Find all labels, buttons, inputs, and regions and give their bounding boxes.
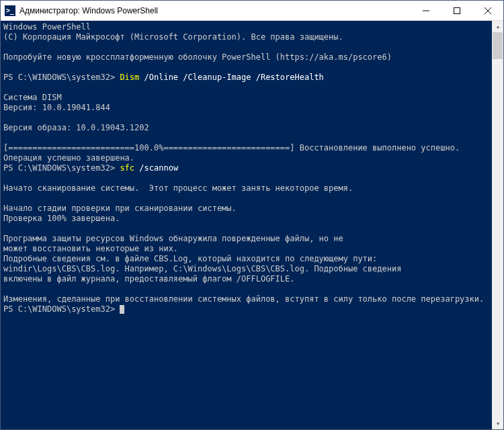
- prompt-path: PS C:\WINDOWS\system32>: [3, 163, 120, 173]
- output-progress: [==========================100.0%=======…: [3, 143, 460, 153]
- close-button[interactable]: [472, 1, 503, 20]
- scroll-track[interactable]: [492, 32, 503, 418]
- output-line: Версия образа: 10.0.19043.1202: [3, 123, 149, 132]
- app-icon: >_: [5, 5, 15, 16]
- output-line: Начало стадии проверки при сканировании …: [3, 204, 237, 213]
- output-line: Изменения, сделанные при восстановлении …: [3, 294, 484, 304]
- powershell-window: >_ Администратор: Windows PowerShell Win…: [0, 0, 504, 430]
- output-line: Подробные сведения см. в файле CBS.Log, …: [3, 254, 377, 263]
- output-line: Программа защиты ресурсов Windows обнару…: [3, 234, 343, 243]
- scroll-down-arrow[interactable]: ▾: [492, 418, 503, 429]
- output-line: Попробуйте новую кроссплатформенную обол…: [3, 52, 392, 62]
- output-line: включены в файл журнала, предоставляемый…: [3, 274, 294, 284]
- output-line: может восстановить некоторые из них.: [3, 244, 178, 253]
- console-output[interactable]: Windows PowerShell (C) Корпорация Майкро…: [1, 21, 492, 429]
- output-line: (C) Корпорация Майкрософт (Microsoft Cor…: [3, 32, 343, 42]
- cursor: [120, 305, 124, 314]
- output-line: Cистема DISM: [3, 93, 62, 102]
- output-line: windir\Logs\CBS\CBS.log. Например, C:\Wi…: [3, 264, 401, 273]
- prompt-path: PS C:\WINDOWS\system32>: [3, 304, 120, 314]
- command-args: /scannow: [134, 163, 178, 173]
- titlebar[interactable]: >_ Администратор: Windows PowerShell: [1, 1, 503, 21]
- vertical-scrollbar[interactable]: ▴ ▾: [492, 21, 503, 429]
- scroll-thumb[interactable]: [493, 32, 503, 59]
- output-line: Начато сканирование системы. Этот процес…: [3, 183, 353, 193]
- output-line: Проверка 100% завершена.: [3, 214, 120, 223]
- minimize-button[interactable]: [411, 1, 442, 20]
- scroll-up-arrow[interactable]: ▴: [492, 21, 503, 32]
- command-args: /Online /Cleanup-Image /RestoreHealth: [139, 73, 324, 82]
- prompt-path: PS C:\WINDOWS\system32>: [3, 73, 120, 82]
- maximize-button[interactable]: [442, 1, 472, 20]
- svg-rect-1: [454, 7, 460, 13]
- window-controls: [411, 1, 503, 20]
- command-name: Dism: [120, 73, 139, 82]
- output-line: Версия: 10.0.19041.844: [3, 103, 110, 112]
- console-area: Windows PowerShell (C) Корпорация Майкро…: [1, 21, 503, 429]
- output-line: Windows PowerShell: [3, 22, 91, 32]
- window-title: Администратор: Windows PowerShell: [19, 6, 411, 15]
- app-icon-glyph: >_: [6, 7, 14, 14]
- output-line: Операция успешно завершена.: [3, 153, 134, 163]
- command-name: sfc: [120, 163, 134, 173]
